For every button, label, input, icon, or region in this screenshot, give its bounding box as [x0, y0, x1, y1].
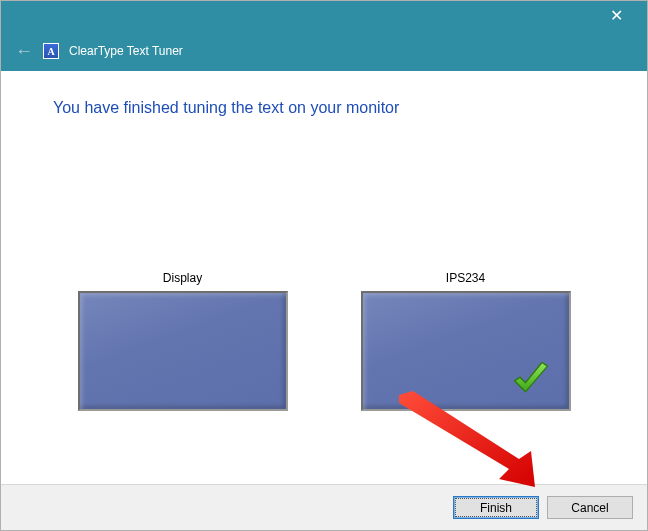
app-icon: A	[43, 43, 59, 59]
window-title: ClearType Text Tuner	[69, 44, 183, 58]
monitor-thumbnail[interactable]	[78, 291, 288, 411]
header-bar: ← A ClearType Text Tuner	[1, 31, 647, 71]
monitor-item: IPS234	[361, 271, 571, 411]
back-arrow-icon[interactable]: ←	[15, 42, 33, 60]
page-heading: You have finished tuning the text on you…	[53, 99, 609, 117]
titlebar: ✕	[1, 1, 647, 31]
monitor-thumbnail[interactable]	[361, 291, 571, 411]
footer-bar: Finish Cancel	[1, 484, 647, 530]
wizard-window: ✕ ← A ClearType Text Tuner You have fini…	[0, 0, 648, 531]
monitor-label: Display	[78, 271, 288, 285]
checkmark-icon	[509, 357, 553, 401]
monitors-row: Display IPS234	[1, 271, 647, 411]
monitor-label: IPS234	[361, 271, 571, 285]
finish-button[interactable]: Finish	[453, 496, 539, 519]
monitor-item: Display	[78, 271, 288, 411]
cancel-button[interactable]: Cancel	[547, 496, 633, 519]
close-icon[interactable]: ✕	[602, 4, 631, 28]
wizard-body: You have finished tuning the text on you…	[1, 71, 647, 484]
